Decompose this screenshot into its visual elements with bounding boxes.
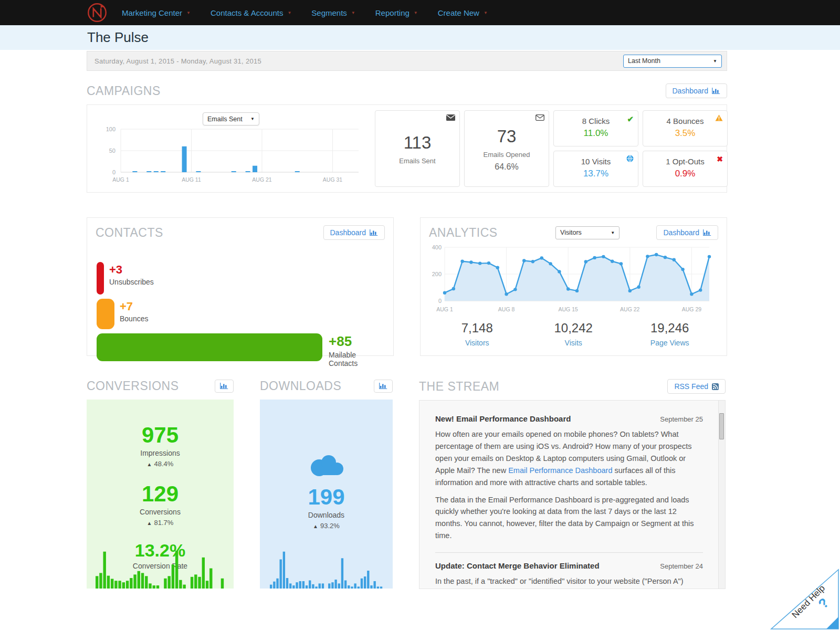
rss-feed-label: RSS Feed (674, 382, 708, 391)
svg-text:AUG 8: AUG 8 (498, 306, 515, 312)
nav-label: Contacts & Accounts (211, 8, 283, 17)
campaigns-dashboard-button[interactable]: Dashboard (666, 83, 728, 98)
analytics-visits: 10,242 Visits (525, 321, 621, 347)
increase-arrow-icon (147, 461, 152, 467)
analytics-dashboard-button[interactable]: Dashboard (656, 225, 718, 240)
increase-arrow-icon (147, 520, 152, 526)
unsubscribes-delta: +3 (109, 263, 154, 277)
stat-visits: 10 Visits 13.7% (553, 151, 638, 187)
nav-reporting[interactable]: Reporting (375, 8, 418, 17)
chevron-down-icon (611, 230, 615, 235)
downloads-mini-bar-chart (270, 548, 383, 589)
svg-text:AUG 31: AUG 31 (323, 176, 343, 183)
contacts-title: CONTACTS (96, 226, 163, 240)
stream-scrollbar-thumb[interactable] (719, 413, 724, 439)
envelope-filled-icon (446, 114, 455, 121)
chevron-down-icon (351, 10, 355, 15)
stat-opt-outs: 1 Opt-Outs 0.9% (643, 151, 728, 187)
bar-chart-icon (370, 229, 378, 236)
visitors-label: Visitors (429, 339, 525, 347)
nav-contacts-accounts[interactable]: Contacts & Accounts (211, 8, 291, 17)
date-bar: Saturday, August 1, 2015 - Monday, Augus… (87, 51, 727, 71)
stream-divider (435, 552, 703, 553)
svg-text:400: 400 (432, 244, 442, 250)
downloads-card: 199 Downloads 93.2% (260, 400, 393, 589)
bounces-bar (97, 299, 114, 329)
net-results-logo-icon[interactable] (86, 2, 108, 24)
rss-feed-button[interactable]: RSS Feed (667, 379, 726, 394)
svg-text:AUG 1: AUG 1 (436, 306, 453, 312)
stream-scrollbar[interactable] (718, 401, 725, 589)
opt-outs-value: 1 Opt-Outs (643, 157, 727, 166)
nav-label: Create New (438, 8, 479, 17)
check-icon (627, 114, 634, 124)
stream-entry-body: How often are your emails opened on mobi… (435, 428, 703, 489)
svg-text:AUG 15: AUG 15 (559, 306, 579, 312)
conversions-card: 975 Impressions 48.4% 129 Conversions 81… (87, 400, 234, 589)
nav-segments[interactable]: Segments (311, 8, 355, 17)
stream-entry-date: September 24 (660, 562, 703, 570)
campaign-metric-select[interactable]: Emails Sent (203, 112, 259, 125)
emails-opened-percent: 64.6% (465, 162, 549, 172)
emails-sent-label: Emails Sent (375, 157, 459, 165)
bar-chart-icon (712, 88, 720, 94)
svg-text:AUG 11: AUG 11 (182, 176, 201, 183)
conversions-mini-bar-chart (96, 548, 225, 589)
nav-label: Reporting (375, 8, 410, 17)
date-range-select[interactable]: Last Month (623, 55, 722, 68)
emails-opened-label: Emails Opened (465, 151, 549, 159)
rss-icon (712, 383, 719, 390)
dashboard-button-label: Dashboard (330, 228, 366, 237)
globe-icon (626, 155, 634, 162)
emails-opened-value: 73 (465, 127, 549, 146)
email-performance-dashboard-link[interactable]: Email Performance Dashboard (508, 466, 612, 475)
unsubscribes-bar (97, 262, 104, 295)
chevron-down-icon (484, 10, 488, 15)
svg-text:AUG 1: AUG 1 (112, 176, 129, 183)
analytics-panel: ANALYTICS Visitors Dashboard 0200400AUG … (420, 217, 727, 356)
nav-label: Segments (311, 8, 347, 17)
conversions-title: CONVERSIONS (87, 379, 178, 393)
page-title: The Pulse (87, 29, 149, 46)
stat-emails-sent: 113 Emails Sent (375, 110, 460, 187)
stream-entry: Update: Contact Merge Behavior Eliminate… (435, 561, 703, 589)
visits-label: Visits (525, 339, 621, 347)
need-help-ribbon[interactable]: Need Help ? (766, 568, 840, 630)
stat-clicks: 8 Clicks 11.0% (553, 110, 638, 146)
bounces-label: Bounces (120, 314, 148, 323)
dashboard-button-label: Dashboard (673, 87, 709, 95)
conversions-label: Conversions (87, 508, 234, 516)
downloads-dashboard-button[interactable] (374, 380, 393, 393)
chevron-down-icon (414, 10, 418, 15)
downloads-title: DOWNLOADS (260, 379, 341, 393)
x-mark-icon (717, 155, 723, 163)
mailable-contacts-delta: +85 (329, 333, 385, 350)
stream-paragraph: The data in the Email Performance Dashbo… (435, 494, 703, 542)
campaigns-bar-chart: Emails Sent 050100AUG 1AUG 11AUG 21AUG 3… (93, 110, 366, 187)
nav-marketing-center[interactable]: Marketing Center (122, 8, 191, 17)
increase-arrow-icon (313, 523, 318, 529)
clicks-percent: 11.0% (554, 128, 638, 139)
date-range: Saturday, August 1, 2015 - Monday, Augus… (94, 57, 261, 65)
cloud-icon (307, 452, 346, 479)
conversions-dashboard-button[interactable] (215, 380, 234, 393)
campaigns-title: CAMPAIGNS (87, 84, 161, 98)
svg-text:50: 50 (109, 148, 116, 154)
emails-sent-value: 113 (375, 133, 459, 153)
chevron-down-icon (287, 10, 291, 15)
analytics-metric-select[interactable]: Visitors (555, 226, 620, 239)
page-views-value: 19,246 (622, 321, 718, 335)
svg-text:0: 0 (112, 169, 116, 175)
stream-entry-title: Update: Contact Merge Behavior Eliminate… (435, 561, 600, 570)
svg-text:AUG 21: AUG 21 (252, 176, 272, 183)
stream-entry-date: September 25 (660, 415, 703, 423)
stream-title: THE STREAM (419, 380, 499, 394)
nav-label: Marketing Center (122, 8, 182, 17)
stream-paragraph: In the past, if a "tracked" or "identifi… (435, 575, 703, 589)
downloads-value: 199 (260, 485, 393, 510)
nav-create-new[interactable]: Create New (438, 8, 488, 17)
top-nav: Marketing Center Contacts & Accounts Seg… (0, 0, 840, 25)
analytics-line-chart: 0200400AUG 1AUG 8AUG 15AUG 22AUG 29 (429, 241, 718, 319)
impressions-label: Impressions (87, 449, 234, 457)
contacts-dashboard-button[interactable]: Dashboard (323, 225, 385, 240)
